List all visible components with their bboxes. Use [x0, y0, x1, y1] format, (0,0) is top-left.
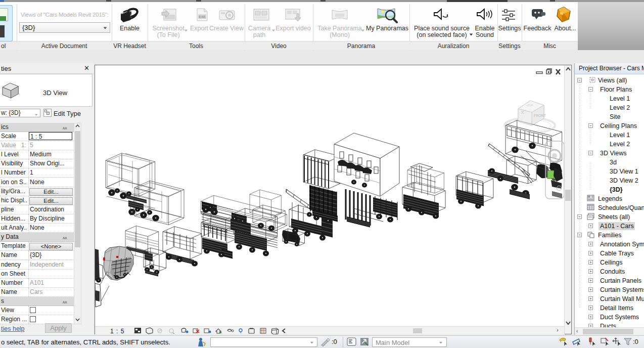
svg-text:EXE: EXE — [199, 15, 206, 19]
svg-text:+Z/UP: +Z/UP — [526, 104, 533, 107]
svg-text:FRONT: FRONT — [534, 114, 546, 117]
